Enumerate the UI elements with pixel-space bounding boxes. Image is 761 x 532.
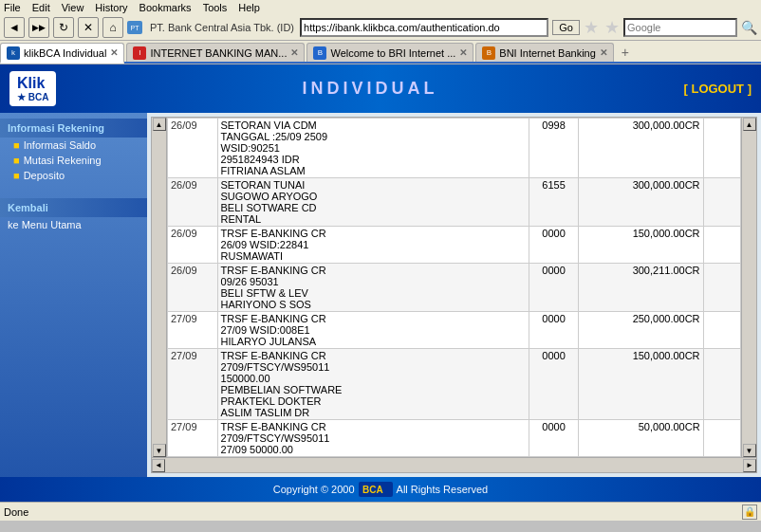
svg-text:BCA: BCA bbox=[362, 485, 383, 495]
content-area: Informasi Rekening ■ Informasi Saldo ■ M… bbox=[0, 113, 761, 477]
table-row: 27/09 TRSF E-BANKING CR 2709/FTSCY/WS950… bbox=[168, 349, 741, 420]
tab-icon-0: k bbox=[7, 46, 20, 60]
menu-help[interactable]: Help bbox=[238, 2, 260, 13]
cell-code: 0000 bbox=[529, 312, 579, 349]
menu-tools[interactable]: Tools bbox=[203, 2, 228, 13]
search-input[interactable] bbox=[623, 18, 737, 37]
menu-file[interactable]: File bbox=[4, 2, 21, 13]
logout-button[interactable]: [ LOGOUT ] bbox=[684, 82, 752, 96]
tab-close-3[interactable]: ✕ bbox=[600, 47, 607, 58]
sidebar-link-menu[interactable]: ke Menu Utama bbox=[0, 217, 147, 232]
cell-amount: 150,000.00CR bbox=[579, 349, 703, 420]
cell-amount: 150,000.00CR bbox=[579, 227, 703, 264]
tab-label-3: BNI Internet Banking bbox=[499, 47, 596, 59]
cell-date: 26/09 bbox=[168, 264, 218, 312]
logo-bottom: ★ BCA bbox=[17, 92, 48, 102]
sidebar-item-label-deposito: Deposito bbox=[24, 170, 65, 181]
tab-1[interactable]: I INTERNET BANKING MAN... ✕ bbox=[126, 43, 305, 62]
bank-header: Klik ★ BCA INDIVIDUAL [ LOGOUT ] bbox=[0, 64, 761, 113]
address-input[interactable] bbox=[300, 18, 548, 37]
search-icon[interactable]: 🔍 bbox=[741, 20, 757, 35]
menu-history[interactable]: History bbox=[95, 2, 127, 13]
cell-date: 27/09 bbox=[168, 349, 218, 420]
cell-desc: TRSF E-BANKING CR 27/09 WSID:008E1 HILAR… bbox=[217, 312, 529, 349]
sidebar-item-deposito[interactable]: ■ Deposito bbox=[0, 168, 147, 183]
tab-3[interactable]: B BNI Internet Banking ✕ bbox=[475, 43, 614, 62]
go-button[interactable]: Go bbox=[552, 20, 580, 35]
cell-code: 6155 bbox=[529, 178, 579, 227]
cell-code: 0000 bbox=[529, 349, 579, 420]
cell-desc: SETORAN TUNAI SUGOWO ARYOGO BELI SOTWARE… bbox=[217, 178, 529, 227]
cell-amount: 250,000.00CR bbox=[579, 312, 703, 349]
sidebar-item-mutasi[interactable]: ■ Mutasi Rekening bbox=[0, 153, 147, 168]
footer-copyright: Copyright © 2000 bbox=[273, 484, 355, 495]
table-row: 26/09 SETORAN VIA CDM TANGGAL :25/09 250… bbox=[168, 119, 741, 178]
menu-view[interactable]: View bbox=[62, 2, 84, 13]
footer-rights: All Rights Reserved bbox=[397, 484, 489, 495]
tab-close-2[interactable]: ✕ bbox=[459, 47, 467, 58]
footer-logo: BCA bbox=[359, 482, 393, 498]
sidebar-title-1: Informasi Rekening bbox=[0, 119, 147, 138]
cell-empty bbox=[703, 312, 740, 349]
tab-close-1[interactable]: ✕ bbox=[290, 47, 298, 58]
cell-desc: TRSF E-BANKING CR 2709/FTSCY/WS95011 27/… bbox=[217, 420, 529, 457]
star-icon: ★ bbox=[584, 17, 599, 38]
klik-logo: Klik ★ BCA bbox=[9, 71, 56, 106]
menu-edit[interactable]: Edit bbox=[32, 2, 50, 13]
table-container: ▲ ▼ 26/09 SETORAN VIA CDM TANGGAL :25/09… bbox=[151, 117, 757, 473]
cell-date: 27/09 bbox=[168, 312, 218, 349]
cell-amount: 300,000.00CR bbox=[579, 119, 703, 178]
cell-desc: TRSF E-BANKING CR 26/09 WSID:22841 RUSMA… bbox=[217, 227, 529, 264]
cell-code: 0000 bbox=[529, 227, 579, 264]
status-text: Done bbox=[4, 506, 28, 518]
toolbar: ◄ ▶▶ ↻ ✕ ⌂ PT PT. Bank Central Asia Tbk.… bbox=[0, 15, 761, 41]
bullet-icon-3: ■ bbox=[13, 170, 20, 181]
lock-icon: 🔒 bbox=[742, 504, 757, 520]
forward-button[interactable]: ▶▶ bbox=[28, 17, 49, 38]
cell-desc: TRSF E-BANKING CR 2709/FTSCY/WS95011 150… bbox=[217, 349, 529, 420]
scroll-right-btn[interactable]: ► bbox=[743, 459, 756, 472]
tab-label-0: klikBCA Individual bbox=[24, 47, 106, 59]
cell-empty bbox=[703, 264, 740, 312]
menu-bar: File Edit View History Bookmarks Tools H… bbox=[0, 0, 761, 15]
cell-empty bbox=[703, 227, 740, 264]
cell-date: 26/09 bbox=[168, 119, 218, 178]
home-button[interactable]: ⌂ bbox=[102, 17, 123, 38]
cell-empty bbox=[703, 178, 740, 227]
table-row: 26/09 TRSF E-BANKING CR 26/09 WSID:22841… bbox=[168, 227, 741, 264]
cell-amount: 50,000.00CR bbox=[579, 420, 703, 457]
cell-desc: TRSF E-BANKING CR 09/26 95031 BELI SFTW … bbox=[217, 264, 529, 312]
scroll-up-btn[interactable]: ▲ bbox=[153, 118, 166, 131]
cell-date: 26/09 bbox=[168, 227, 218, 264]
cell-code: 0998 bbox=[529, 119, 579, 178]
table-row: 27/09 TRSF E-BANKING CR 2709/FTSCY/WS950… bbox=[168, 420, 741, 457]
scroll-right-up-btn[interactable]: ▲ bbox=[743, 118, 756, 131]
cell-amount: 300,211.00CR bbox=[579, 264, 703, 312]
cell-amount: 300,000.00CR bbox=[579, 178, 703, 227]
scroll-down-btn[interactable]: ▼ bbox=[153, 444, 166, 457]
cell-date: 26/09 bbox=[168, 178, 218, 227]
logo-top: Klik bbox=[17, 75, 45, 92]
tab-label-2: Welcome to BRI Internet ... bbox=[330, 47, 455, 59]
tab-close-0[interactable]: ✕ bbox=[110, 47, 118, 58]
back-button[interactable]: ◄ bbox=[4, 17, 25, 38]
sidebar-item-label-mutasi: Mutasi Rekening bbox=[24, 155, 102, 166]
stop-button[interactable]: ✕ bbox=[78, 17, 99, 38]
tab-label-1: INTERNET BANKING MAN... bbox=[150, 47, 287, 59]
sidebar-section-1: Informasi Rekening ■ Informasi Saldo ■ M… bbox=[0, 119, 147, 183]
table-scroll-wrapper: ▲ ▼ 26/09 SETORAN VIA CDM TANGGAL :25/09… bbox=[152, 118, 756, 457]
scroll-right-down-btn[interactable]: ▼ bbox=[743, 444, 756, 457]
sidebar-item-saldo[interactable]: ■ Informasi Saldo bbox=[0, 138, 147, 153]
scroll-left-btn[interactable]: ◄ bbox=[152, 459, 165, 472]
refresh-button[interactable]: ↻ bbox=[53, 17, 74, 38]
menu-bookmarks[interactable]: Bookmarks bbox=[139, 2, 192, 13]
new-tab-button[interactable]: + bbox=[616, 43, 635, 62]
cell-date: 27/09 bbox=[168, 420, 218, 457]
sidebar-title-2[interactable]: Kembali bbox=[0, 198, 147, 217]
tab-icon-3: B bbox=[482, 46, 495, 60]
scroll-v-left: ▲ ▼ bbox=[152, 118, 167, 457]
cell-empty bbox=[703, 420, 740, 457]
tab-0[interactable]: k klikBCA Individual ✕ bbox=[0, 43, 124, 64]
tab-2[interactable]: B Welcome to BRI Internet ... ✕ bbox=[306, 43, 473, 62]
star2-icon: ★ bbox=[604, 17, 620, 38]
